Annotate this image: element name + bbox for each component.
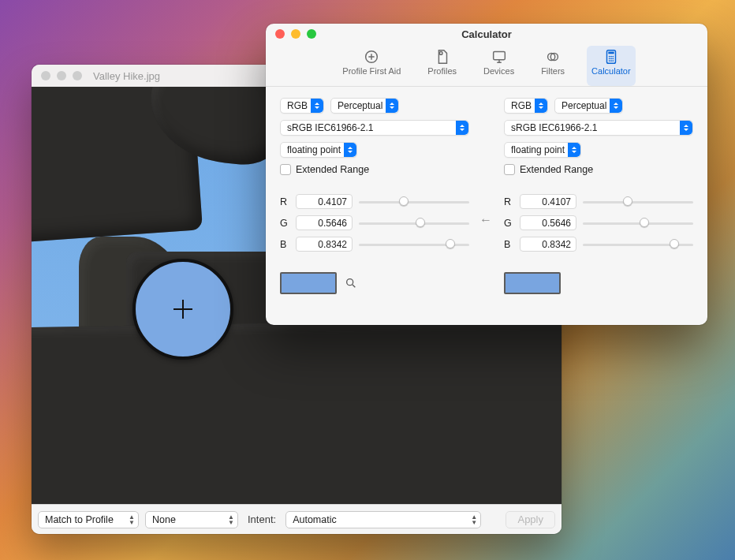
number-type-popup[interactable]: floating point [504,142,581,158]
calculator-window: Calculator Profile First Aid Profiles De… [266,24,707,325]
close-icon[interactable] [275,29,285,39]
calculator-body: ← RGB Perceptual sRGB IEC61966-2.1 float… [266,87,707,325]
display-icon [491,48,508,65]
number-type-popup[interactable]: floating point [280,142,357,158]
channel-slider-b[interactable] [359,237,469,252]
color-model-value: RGB [511,100,532,111]
chevron-updown-icon [535,99,547,113]
profile-popup[interactable]: sRGB IEC61966-2.1 [280,120,469,136]
image-window-title: Valley Hike.jpg [93,70,160,82]
extended-range-checkbox[interactable]: Extended Range [280,164,469,175]
svg-point-1 [439,52,442,55]
chevron-updown-icon [568,143,580,157]
profile-popup[interactable]: sRGB IEC61966-2.1 [504,120,693,136]
channel-label: G [504,218,513,229]
svg-point-12 [612,58,614,59]
extended-range-label: Extended Range [296,164,369,175]
calculator-toolbar: Profile First Aid Profiles Devices Filte… [266,44,707,87]
number-type-value: floating point [287,144,341,155]
action-select[interactable]: Match to Profile ▲▼ [38,511,139,528]
direction-arrow-icon[interactable]: ← [479,213,492,227]
crosshair-icon [173,300,192,319]
calculator-icon [603,48,620,65]
rendering-intent-popup[interactable]: Perceptual [330,98,399,114]
profile-value: sRGB IEC61966-2.1 [511,122,597,133]
chevron-updown-icon [680,121,692,135]
action-select-value: Match to Profile [45,514,114,525]
channel-label: R [504,196,513,207]
svg-point-10 [609,58,610,59]
channel-row-r: R 0.4107 [280,194,469,209]
color-model-popup[interactable]: RGB [504,98,548,114]
rendering-intent-value: Perceptual [338,100,382,111]
channel-slider-g[interactable] [359,216,469,230]
chevron-updown-icon [610,99,622,113]
tab-label: Devices [483,66,514,76]
channel-value-field[interactable]: 0.4107 [296,194,353,209]
svg-point-14 [610,60,612,62]
intent-select-value: Automatic [293,514,337,525]
svg-point-11 [610,58,612,59]
tab-devices[interactable]: Devices [479,46,519,86]
image-window-footer: Match to Profile ▲▼ None ▲▼ Intent: Auto… [32,504,562,534]
minimize-icon[interactable] [291,29,300,39]
channel-label: B [280,239,289,250]
venn-icon [544,48,562,65]
channel-slider-g[interactable] [583,216,693,230]
tab-filters[interactable]: Filters [536,46,569,86]
channel-slider-r[interactable] [583,195,693,209]
extended-range-checkbox[interactable]: Extended Range [504,164,693,175]
calculator-window-title: Calculator [266,28,707,40]
source-column: RGB Perceptual sRGB IEC61966-2.1 floatin… [280,98,487,314]
minimize-icon[interactable] [57,71,66,80]
chevron-updown-icon: ▲▼ [471,514,477,525]
intent-select[interactable]: Automatic ▲▼ [285,511,481,528]
chevron-updown-icon [311,99,323,113]
target-profile-select[interactable]: None ▲▼ [145,511,238,528]
color-sampler-loupe[interactable] [132,259,233,360]
number-type-value: floating point [511,144,565,155]
tab-label: Calculator [591,66,631,76]
channel-value-field[interactable]: 0.5646 [520,215,576,230]
channel-row-r: R 0.4107 [504,194,693,209]
svg-point-7 [609,56,610,58]
channel-value-field[interactable]: 0.8342 [296,237,353,252]
color-model-popup[interactable]: RGB [280,98,324,114]
channel-label: B [504,239,513,250]
checkbox-icon [280,164,291,175]
svg-point-15 [612,60,614,62]
channel-value-field[interactable]: 0.5646 [296,215,353,230]
calculator-titlebar[interactable]: Calculator [266,24,707,44]
tab-profile-first-aid[interactable]: Profile First Aid [338,46,405,86]
source-color-swatch [280,272,337,294]
target-profile-value: None [152,514,176,525]
channel-value-field[interactable]: 0.4107 [520,194,576,209]
channel-row-b: B 0.8342 [504,237,693,252]
rendering-intent-popup[interactable]: Perceptual [554,98,623,114]
extended-range-label: Extended Range [520,164,593,175]
apply-button[interactable]: Apply [506,511,555,528]
svg-point-9 [612,56,614,58]
channel-value-field[interactable]: 0.8342 [520,237,576,252]
channel-label: R [280,196,289,207]
channel-slider-b[interactable] [583,237,693,252]
destination-color-swatch [504,272,561,294]
chevron-updown-icon [344,143,356,157]
plus-circle-icon [363,48,380,65]
channel-row-g: G 0.5646 [280,215,469,230]
svg-point-13 [609,60,610,62]
destination-column: RGB Perceptual sRGB IEC61966-2.1 floatin… [487,98,693,314]
channel-slider-r[interactable] [359,195,469,209]
intent-label: Intent: [248,513,276,525]
chevron-updown-icon [456,121,468,135]
close-icon[interactable] [41,71,50,80]
svg-rect-6 [608,52,614,54]
eyedropper-magnify-button[interactable] [345,277,357,289]
tab-calculator[interactable]: Calculator [587,46,636,86]
zoom-icon[interactable] [73,71,82,80]
zoom-icon[interactable] [307,29,316,39]
rendering-intent-value: Perceptual [562,100,606,111]
tab-profiles[interactable]: Profiles [423,46,461,86]
chevron-updown-icon [386,99,398,113]
chevron-updown-icon: ▲▼ [228,514,234,525]
